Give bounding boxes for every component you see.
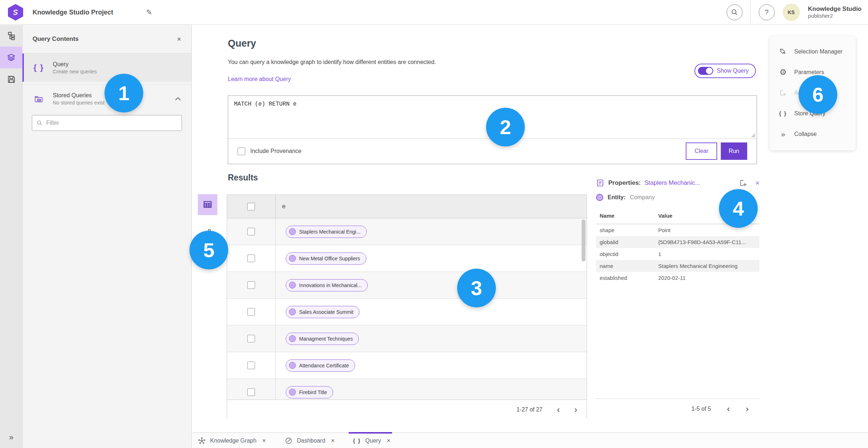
entity-pill[interactable]: Firebird Title bbox=[286, 386, 333, 398]
braces-icon: { } bbox=[33, 63, 45, 72]
help-button[interactable]: ? bbox=[759, 4, 775, 20]
add-to-link-chart-icon[interactable] bbox=[739, 179, 747, 187]
resize-handle-icon[interactable] bbox=[751, 133, 756, 138]
row-checkbox[interactable] bbox=[247, 308, 255, 316]
entity-pill[interactable]: Managment Techniques bbox=[286, 333, 359, 345]
results-page-range: 1-27 of 27 bbox=[516, 406, 542, 413]
avatar[interactable]: KS bbox=[783, 4, 800, 21]
table-row[interactable]: Firebird Title bbox=[227, 379, 587, 400]
filter-field[interactable] bbox=[32, 115, 182, 131]
annotation-badge-4: 4 bbox=[719, 189, 758, 228]
avatar-initials: KS bbox=[788, 9, 795, 15]
filter-input[interactable] bbox=[46, 120, 177, 126]
select-all-checkbox[interactable] bbox=[247, 203, 255, 210]
prop-col-name: Name bbox=[596, 213, 658, 224]
selection-manager-icon bbox=[778, 48, 788, 56]
row-checkbox[interactable] bbox=[247, 228, 255, 235]
property-row[interactable]: established 2020-02-11 bbox=[596, 272, 760, 284]
annotation-badge-5: 5 bbox=[190, 231, 228, 269]
tab-dashboard[interactable]: Dashboard × bbox=[285, 433, 335, 448]
rail-item-save[interactable] bbox=[0, 68, 22, 90]
close-properties-icon[interactable]: × bbox=[755, 179, 760, 187]
toggle-switch-icon[interactable] bbox=[698, 67, 713, 75]
run-button[interactable]: Run bbox=[721, 142, 747, 160]
entity-pill-label: Staplers Mechanical Engi... bbox=[299, 229, 361, 235]
close-panel-icon[interactable]: × bbox=[177, 35, 181, 43]
row-checkbox[interactable] bbox=[247, 335, 255, 342]
chevron-left-icon[interactable]: ‹ bbox=[727, 405, 730, 413]
knowledge-graph-icon bbox=[198, 437, 206, 445]
user-menu[interactable]: Knowledge Studio publisher2 bbox=[808, 5, 861, 19]
entity-dot-icon bbox=[289, 335, 296, 342]
entity-type-dot-icon bbox=[596, 194, 603, 201]
entity-pill[interactable]: New Metal Office Suppliers bbox=[286, 252, 366, 265]
search-button[interactable] bbox=[727, 4, 743, 20]
entity-pill[interactable]: Staplers Mechanical Engi... bbox=[286, 226, 367, 238]
tab-query[interactable]: { } Query × bbox=[353, 433, 390, 448]
include-provenance-checkbox[interactable] bbox=[238, 148, 245, 155]
table-row[interactable]: New Metal Office Suppliers bbox=[227, 245, 587, 272]
left-icon-rail: » bbox=[0, 25, 22, 448]
project-title: Knowledge Studio Project bbox=[33, 0, 113, 25]
properties-page-range: 1-5 of 5 bbox=[692, 406, 711, 412]
stored-queries-sub: No stored queries exist bbox=[53, 100, 105, 106]
table-row[interactable]: Innovations in Mechanical... bbox=[227, 272, 587, 299]
tab-knowledge-graph[interactable]: Knowledge Graph × bbox=[198, 433, 266, 448]
properties-entity-link[interactable]: Staplers Mechanic... bbox=[644, 179, 700, 187]
entity-pill[interactable]: Attendance Certificate bbox=[286, 359, 355, 372]
row-checkbox[interactable] bbox=[247, 362, 255, 369]
property-row[interactable]: objectid 1 bbox=[596, 248, 760, 260]
close-tab-icon[interactable]: × bbox=[331, 437, 335, 444]
prop-value: Point bbox=[658, 227, 760, 233]
table-row[interactable]: Attendance Certificate bbox=[227, 352, 587, 379]
include-provenance-label: Include Provenance bbox=[250, 148, 301, 154]
braces-icon: { } bbox=[353, 438, 361, 444]
prop-value: Staplers Mechanical Engineering bbox=[658, 263, 760, 269]
collapse-button[interactable]: » Collapse bbox=[770, 124, 856, 144]
sidebar-item-query[interactable]: { } Query Create new queries bbox=[22, 54, 191, 82]
expand-rail-icon[interactable]: » bbox=[0, 429, 22, 446]
table-view-button[interactable] bbox=[198, 194, 217, 215]
properties-icon bbox=[596, 179, 605, 187]
filter-search-icon bbox=[37, 120, 43, 126]
clear-button[interactable]: Clear bbox=[686, 142, 717, 160]
rail-item-contents[interactable] bbox=[0, 47, 22, 68]
prop-name: objectid bbox=[596, 251, 658, 257]
entity-pill-label: Attendance Certificate bbox=[299, 363, 349, 368]
close-tab-icon[interactable]: × bbox=[262, 437, 266, 444]
chevron-right-icon[interactable]: › bbox=[574, 405, 577, 414]
page-title: Query bbox=[228, 38, 256, 49]
gear-icon: ⚙ bbox=[778, 68, 788, 77]
row-checkbox[interactable] bbox=[247, 388, 255, 396]
app-logo-icon[interactable] bbox=[8, 4, 23, 21]
chevron-left-icon[interactable]: ‹ bbox=[557, 405, 560, 414]
property-row[interactable]: globalid {5D9B4713-F98D-4A53-A59F-C11... bbox=[596, 236, 760, 248]
results-table-body: Staplers Mechanical Engi... New Metal Of… bbox=[227, 218, 587, 400]
entity-dot-icon bbox=[289, 228, 296, 235]
selection-manager-button[interactable]: Selection Manager bbox=[770, 41, 856, 62]
results-table: e Staplers Mechanical Engi... New Metal … bbox=[227, 195, 587, 419]
row-checkbox[interactable] bbox=[247, 255, 255, 262]
entity-pill[interactable]: Sales Associate Summit bbox=[286, 306, 359, 318]
entity-pill-label: New Metal Office Suppliers bbox=[299, 256, 360, 261]
properties-pagination: 1-5 of 5 ‹ › bbox=[596, 398, 760, 419]
annotation-badge-2: 2 bbox=[486, 108, 525, 146]
learn-more-link[interactable]: Learn more about Query bbox=[228, 76, 291, 82]
table-row[interactable]: Managment Techniques bbox=[227, 325, 587, 352]
table-row[interactable]: Staplers Mechanical Engi... bbox=[227, 218, 587, 245]
collapse-section-icon[interactable] bbox=[175, 97, 181, 101]
row-checkbox[interactable] bbox=[247, 281, 255, 289]
rail-item-data-model[interactable] bbox=[0, 25, 22, 47]
property-row[interactable]: name Staplers Mechanical Engineering bbox=[596, 260, 760, 272]
show-query-toggle[interactable]: Show Query bbox=[694, 64, 756, 78]
edit-title-icon[interactable]: ✎ bbox=[146, 0, 152, 25]
table-row[interactable]: Sales Associate Summit bbox=[227, 299, 587, 325]
annotation-badge-1: 1 bbox=[105, 74, 143, 112]
table-scrollbar[interactable] bbox=[582, 219, 586, 261]
close-tab-icon[interactable]: × bbox=[387, 437, 390, 444]
stored-queries-icon bbox=[33, 94, 45, 104]
prop-name: established bbox=[596, 275, 658, 281]
entity-pill[interactable]: Innovations in Mechanical... bbox=[286, 279, 368, 291]
entity-dot-icon bbox=[289, 282, 296, 289]
chevron-right-icon[interactable]: › bbox=[746, 405, 749, 413]
